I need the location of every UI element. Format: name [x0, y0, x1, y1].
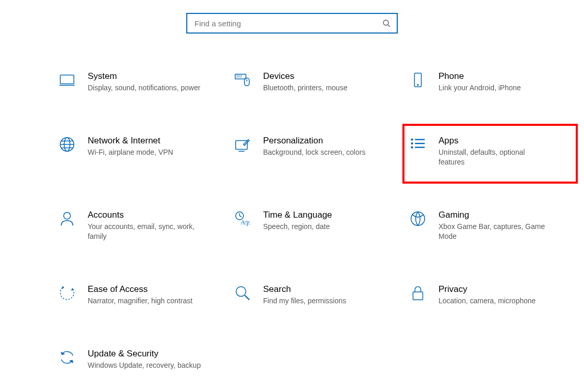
- tile-desc: Location, camera, microphone: [439, 296, 536, 306]
- tile-title: Network & Internet: [88, 135, 173, 146]
- svg-line-1: [388, 25, 390, 27]
- svg-rect-4: [235, 74, 246, 79]
- svg-text:字: 字: [245, 220, 250, 226]
- apps-icon: [409, 135, 427, 154]
- svg-rect-23: [411, 142, 413, 144]
- tile-title: Devices: [263, 71, 347, 82]
- search-icon: [382, 19, 391, 27]
- svg-rect-24: [411, 146, 413, 149]
- search-input[interactable]: [193, 19, 382, 28]
- settings-home: System Display, sound, notifications, po…: [0, 0, 584, 377]
- tile-desc: Link your Android, iPhone: [439, 83, 521, 93]
- time-language-icon: A 字: [233, 209, 252, 228]
- phone-icon: [409, 71, 427, 89]
- search-row: [0, 0, 584, 64]
- system-icon: [58, 71, 76, 89]
- svg-point-0: [383, 20, 388, 25]
- svg-line-31: [239, 216, 241, 217]
- tile-title: Ease of Access: [88, 284, 192, 295]
- tile-title: Phone: [439, 71, 521, 82]
- settings-grid: System Display, sound, notifications, po…: [52, 64, 584, 377]
- tile-ease-of-access[interactable]: Ease of Access Narrator, magnifier, high…: [52, 277, 227, 312]
- tile-title: Time & Language: [263, 209, 332, 221]
- tile-network[interactable]: Network & Internet Wi-Fi, airplane mode,…: [52, 129, 227, 173]
- search-box[interactable]: [186, 13, 398, 34]
- tile-desc: Windows Update, recovery, backup: [88, 361, 201, 370]
- tile-title: Apps: [439, 135, 552, 146]
- tile-gaming[interactable]: Gaming Xbox Game Bar, captures, Game Mod…: [402, 203, 578, 248]
- svg-rect-2: [60, 75, 74, 84]
- tile-desc: Uninstall, defaults, optional features: [439, 148, 552, 167]
- update-icon: [58, 348, 76, 367]
- tile-accounts[interactable]: Accounts Your accounts, email, sync, wor…: [52, 203, 227, 248]
- tile-desc: Wi-Fi, airplane mode, VPN: [88, 148, 173, 157]
- tile-desc: Bluetooth, printers, mouse: [263, 83, 347, 93]
- tile-desc: Display, sound, notifications, power: [88, 83, 200, 93]
- svg-point-35: [236, 286, 246, 296]
- tile-title: Personalization: [263, 135, 365, 146]
- globe-icon: [58, 135, 76, 154]
- tile-title: System: [88, 71, 200, 82]
- svg-line-36: [245, 295, 250, 300]
- tile-title: Accounts: [88, 209, 201, 221]
- tile-system[interactable]: System Display, sound, notifications, po…: [52, 64, 227, 99]
- tile-title: Gaming: [439, 209, 552, 221]
- svg-point-14: [417, 85, 418, 86]
- accounts-icon: [58, 209, 76, 228]
- svg-point-28: [63, 213, 70, 219]
- tile-update-security[interactable]: Update & Security Windows Update, recove…: [52, 342, 227, 377]
- devices-icon: [233, 71, 252, 89]
- tile-title: Update & Security: [88, 348, 201, 360]
- tile-apps[interactable]: Apps Uninstall, defaults, optional featu…: [402, 124, 578, 184]
- gaming-icon: [409, 209, 427, 228]
- tile-time-language[interactable]: A 字 Time & Language Speech, region, date: [227, 203, 402, 248]
- tile-desc: Xbox Game Bar, captures, Game Mode: [439, 222, 552, 241]
- tile-title: Search: [263, 284, 346, 295]
- tile-personalization[interactable]: Personalization Background, lock screen,…: [227, 129, 402, 173]
- tile-phone[interactable]: Phone Link your Android, iPhone: [402, 64, 578, 99]
- tile-desc: Your accounts, email, sync, work, family: [88, 222, 201, 241]
- tile-desc: Speech, region, date: [263, 222, 332, 232]
- tile-desc: Narrator, magnifier, high contrast: [88, 296, 192, 306]
- tile-search[interactable]: Search Find my files, permissions: [227, 277, 402, 312]
- lock-icon: [409, 284, 427, 302]
- svg-rect-37: [413, 292, 423, 300]
- svg-point-34: [411, 212, 425, 225]
- tile-desc: Find my files, permissions: [263, 296, 346, 306]
- tile-devices[interactable]: Devices Bluetooth, printers, mouse: [227, 64, 402, 99]
- personalization-icon: [233, 135, 252, 154]
- ease-icon: [58, 284, 76, 302]
- svg-rect-22: [411, 139, 413, 141]
- tile-privacy[interactable]: Privacy Location, camera, microphone: [402, 277, 578, 312]
- search-tile-icon: [233, 284, 252, 302]
- tile-desc: Background, lock screen, colors: [263, 148, 365, 157]
- tile-title: Privacy: [439, 284, 536, 295]
